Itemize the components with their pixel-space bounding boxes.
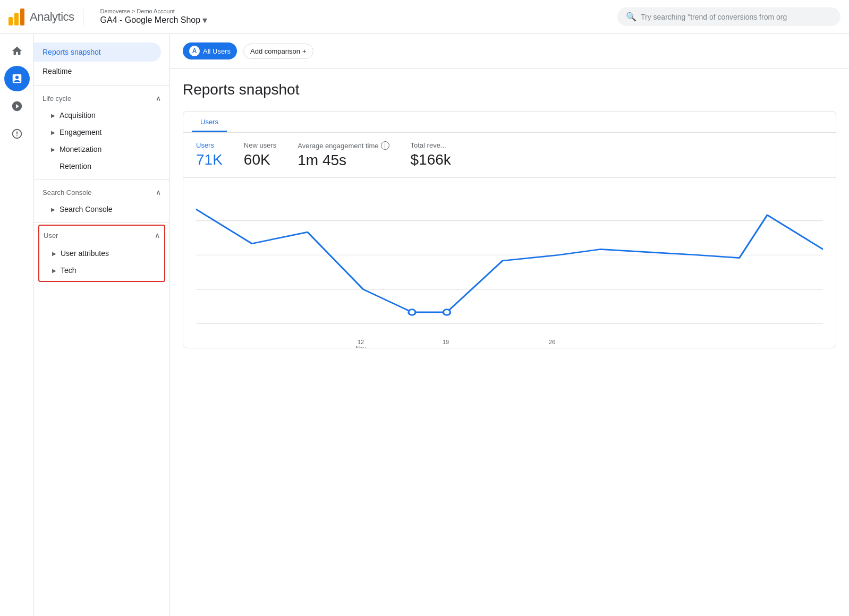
content-area: A All Users Add comparison + Reports sna… (170, 34, 849, 616)
property-name: GA4 - Google Merch Shop (100, 15, 201, 25)
nav-item-monetization[interactable]: ▶ Monetization (34, 141, 169, 158)
chart-label-nov12: 12Nov (350, 339, 371, 348)
realtime-label: Realtime (43, 67, 72, 75)
logo-bar-3 (20, 8, 24, 25)
nav-search-console-section: Search Console ∧ ▶ Search Console (34, 184, 169, 223)
metric-new-users: New users 60K (244, 141, 276, 169)
tab-users[interactable]: Users (192, 112, 227, 132)
page-title: Reports snapshot (183, 81, 836, 98)
all-users-badge[interactable]: A All Users (183, 42, 237, 59)
search-bar[interactable]: 🔍 Try searching "trend of conversions fr… (617, 7, 840, 26)
sidebar-item-home[interactable] (4, 38, 30, 64)
lifecycle-chevron-icon: ∧ (156, 94, 161, 102)
nav-item-reports-snapshot[interactable]: Reports snapshot (34, 42, 161, 62)
logo-bar-1 (9, 17, 13, 25)
metric-total-revenue: Total reve... $166k (411, 141, 451, 169)
add-comparison-button[interactable]: Add comparison + (243, 44, 313, 59)
top-header: Analytics Demoverse > Demo Account GA4 -… (0, 0, 849, 34)
metric-users: Users 71K (196, 141, 223, 169)
breadcrumb: Demoverse > Demo Account (100, 8, 208, 14)
lifecycle-label: Life cycle (43, 95, 71, 102)
chart-label-19: 19 (435, 339, 456, 348)
content-body: Reports snapshot Users Users 71K New use… (170, 69, 849, 361)
chart-x-labels: 12Nov 19 26 (196, 337, 823, 348)
chart-container: 12Nov 19 26 (183, 178, 836, 348)
engagement-label: Engagement (60, 128, 101, 136)
line-chart (196, 186, 823, 335)
analytics-logo-icon (9, 8, 24, 25)
metric-total-revenue-value: $166k (411, 151, 451, 168)
chevron-down-icon: ▾ (202, 14, 207, 26)
metric-avg-engagement-label: Average engagement time i (298, 141, 389, 150)
search-console-chevron-icon: ∧ (156, 188, 161, 196)
account-selector[interactable]: Demoverse > Demo Account GA4 - Google Me… (92, 8, 208, 26)
metric-new-users-label: New users (244, 141, 276, 149)
nav-item-search-console[interactable]: ▶ Search Console (34, 201, 169, 218)
nav-main-section: Reports snapshot Realtime (34, 42, 169, 85)
logo-bar-2 (14, 13, 19, 25)
arrow-icon: ▶ (51, 207, 55, 212)
app-name: Analytics (30, 10, 74, 24)
metric-total-revenue-label: Total reve... (411, 141, 451, 149)
nav-item-acquisition[interactable]: ▶ Acquisition (34, 107, 169, 124)
content-header: A All Users Add comparison + (170, 34, 849, 69)
property-dropdown[interactable]: GA4 - Google Merch Shop ▾ (100, 14, 208, 26)
user-section-header[interactable]: User ∧ (39, 226, 164, 245)
metric-users-value: 71K (196, 151, 223, 168)
metrics-row: Users 71K New users 60K Average engageme… (183, 133, 836, 178)
metrics-tabs: Users (183, 112, 836, 133)
reports-snapshot-label: Reports snapshot (43, 48, 101, 56)
badge-avatar: A (189, 46, 200, 56)
search-console-item-label: Search Console (60, 205, 113, 213)
metric-new-users-value: 60K (244, 151, 276, 168)
arrow-icon: ▶ (51, 147, 55, 152)
arrow-icon: ▶ (52, 251, 56, 256)
search-console-section-label: Search Console (43, 189, 92, 196)
app-logo: Analytics (9, 8, 83, 25)
search-placeholder: Try searching "trend of conversions from… (641, 13, 787, 21)
metric-avg-engagement-value: 1m 45s (298, 152, 389, 169)
plus-icon: + (302, 47, 307, 55)
arrow-icon: ▶ (52, 268, 56, 273)
svg-point-5 (443, 310, 450, 315)
user-section-highlighted: User ∧ ▶ User attributes ▶ Tech (38, 225, 165, 282)
lifecycle-section-header[interactable]: Life cycle ∧ (34, 90, 169, 107)
nav-item-user-attributes[interactable]: ▶ User attributes (39, 245, 164, 262)
nav-item-tech[interactable]: ▶ Tech (39, 262, 164, 281)
nav-item-retention[interactable]: Retention (34, 158, 169, 175)
add-comparison-label: Add comparison (250, 47, 300, 55)
sidebar-item-advertising[interactable] (4, 121, 30, 147)
svg-point-4 (409, 310, 415, 315)
all-users-label: All Users (203, 47, 231, 55)
arrow-icon: ▶ (51, 113, 55, 118)
retention-label: Retention (51, 162, 91, 170)
acquisition-label: Acquisition (60, 111, 96, 119)
metrics-card: Users Users 71K New users 60K Average en… (183, 111, 836, 348)
icon-sidebar (0, 34, 34, 616)
metric-users-label: Users (196, 141, 223, 149)
user-chevron-icon: ∧ (155, 231, 160, 239)
search-icon: 🔍 (626, 12, 636, 22)
arrow-icon: ▶ (51, 130, 55, 135)
monetization-label: Monetization (60, 145, 101, 153)
nav-item-engagement[interactable]: ▶ Engagement (34, 124, 169, 141)
sidebar-item-reports[interactable] (4, 66, 30, 91)
tech-label: Tech (61, 266, 77, 275)
main-layout: Reports snapshot Realtime Life cycle ∧ ▶… (0, 34, 849, 616)
search-console-section-header[interactable]: Search Console ∧ (34, 184, 169, 201)
user-attributes-label: User attributes (61, 249, 109, 258)
chart-label-26: 26 (541, 339, 563, 348)
nav-lifecycle-section: Life cycle ∧ ▶ Acquisition ▶ Engagement … (34, 90, 169, 179)
info-icon[interactable]: i (381, 141, 389, 150)
metric-avg-engagement: Average engagement time i 1m 45s (298, 141, 389, 169)
nav-sidebar: Reports snapshot Realtime Life cycle ∧ ▶… (34, 34, 170, 616)
sidebar-item-explore[interactable] (4, 93, 30, 119)
nav-item-realtime[interactable]: Realtime (34, 62, 161, 81)
user-section-label: User (44, 232, 58, 239)
